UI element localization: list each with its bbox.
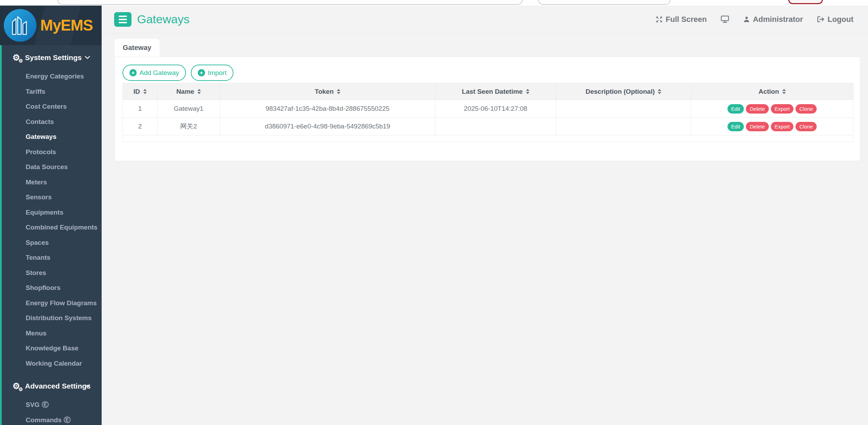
sidebar-item-label: Protocols	[26, 148, 56, 156]
sidebar-item-tenants[interactable]: Tenants	[0, 250, 102, 265]
sidebar-item-svg[interactable]: SVGⒺ	[0, 397, 102, 412]
gears-icon: ⚙⚙	[12, 53, 25, 62]
sidebar-item-distribution-systems[interactable]: Distribution Systems	[0, 310, 102, 326]
sidebar-item-working-calendar[interactable]: Working Calendar	[0, 356, 102, 371]
cell-id: 2	[123, 118, 158, 135]
sidebar-section-system-settings[interactable]: ⚙⚙System Settings	[0, 50, 102, 65]
sidebar-item-label: SVG	[26, 401, 40, 408]
browser-secondary-bar-remnant	[538, 0, 671, 5]
toolbar: + Add Gateway + Import	[122, 65, 852, 81]
column-label: ID	[134, 88, 140, 95]
username-label: Administrator	[753, 15, 803, 24]
sidebar-item-label: Meters	[26, 178, 47, 186]
sidebar-item-knowledge-base[interactable]: Knowledge Base	[0, 341, 102, 356]
sidebar-item-commands[interactable]: CommandsⒺ	[0, 412, 102, 425]
column-label: Action	[758, 88, 779, 95]
sidebar-item-protocols[interactable]: Protocols	[0, 144, 102, 160]
column-header-inner: Description (Optional)	[556, 88, 691, 95]
cell-name: Gateway1	[158, 100, 220, 118]
import-button[interactable]: + Import	[191, 65, 233, 81]
gateways-table: IDNameTokenLast Seen DatetimeDescription…	[122, 83, 853, 142]
table-row: 2网关2d3860971-e6e0-4c98-9eba-5492869c5b19…	[123, 118, 853, 135]
section-items: Energy CategoriesTariffsCost CentersCont…	[0, 69, 102, 371]
delete-button[interactable]: Delete	[746, 122, 768, 131]
column-header-inner: Token	[220, 88, 435, 95]
delete-button[interactable]: Delete	[746, 104, 768, 114]
edit-button[interactable]: Edit	[727, 122, 744, 131]
column-header-action[interactable]: Action	[691, 83, 853, 100]
sidebar-item-shopfloors[interactable]: Shopfloors	[0, 280, 102, 295]
sidebar-item-label: Shopfloors	[26, 284, 60, 291]
sidebar-item-combined-equipments[interactable]: Combined Equipments	[0, 220, 102, 235]
circled-e-badge-icon: Ⓔ	[63, 416, 70, 424]
cell-actions: EditDeleteExportClone	[691, 100, 853, 118]
app-frame: MyEMS ⚙⚙System SettingsEnergy Categories…	[0, 6, 868, 425]
sidebar-toggle-button[interactable]	[114, 12, 131, 27]
sidebar-item-label: Gateways	[26, 133, 57, 140]
sort-icon	[197, 89, 201, 94]
sidebar-item-spaces[interactable]: Spaces	[0, 235, 102, 250]
sidebar-item-tariffs[interactable]: Tariffs	[0, 84, 102, 99]
chevron-down-icon	[84, 56, 91, 60]
sidebar-item-sensors[interactable]: Sensors	[0, 190, 102, 205]
main-area: Gateways Full Screen	[102, 6, 868, 425]
tab-gateway[interactable]: Gateway	[114, 39, 160, 57]
browser-action-button[interactable]	[788, 0, 823, 4]
section-label: System Settings	[25, 53, 82, 62]
sidebar-item-label: Tariffs	[26, 88, 45, 95]
column-header-id[interactable]: ID	[123, 83, 158, 100]
sidebar-item-equipments[interactable]: Equipments	[0, 205, 102, 220]
fullscreen-button[interactable]: Full Screen	[655, 15, 707, 24]
export-button[interactable]: Export	[771, 104, 793, 114]
sort-icon	[143, 89, 147, 94]
page-header: Gateways Full Screen	[102, 6, 868, 33]
user-menu[interactable]: Administrator	[743, 15, 803, 24]
myems-logo-icon	[3, 8, 37, 43]
logout-icon	[817, 16, 825, 23]
sidebar-item-gateways[interactable]: Gateways	[0, 129, 102, 144]
column-header-token[interactable]: Token	[220, 83, 435, 100]
export-button[interactable]: Export	[771, 122, 793, 131]
sidebar-item-menus[interactable]: Menus	[0, 326, 102, 341]
table-header-row: IDNameTokenLast Seen DatetimeDescription…	[123, 83, 853, 100]
table-body: 1Gateway1983427af-1c35-42ba-8b4d-2886755…	[123, 100, 853, 135]
logout-button[interactable]: Logout	[817, 15, 853, 24]
sidebar-item-contacts[interactable]: Contacts	[0, 114, 102, 130]
sidebar-item-stores[interactable]: Stores	[0, 265, 102, 281]
sidebar-item-label: Working Calendar	[26, 360, 82, 367]
sort-icon	[782, 89, 786, 94]
sidebar-item-label: Tenants	[26, 254, 50, 261]
myems-logo[interactable]: MyEMS	[0, 6, 102, 45]
sidebar-item-label: Distribution Systems	[26, 314, 92, 322]
sidebar-item-label: Contacts	[26, 118, 54, 125]
sidebar-item-label: Sensors	[26, 193, 52, 201]
cell-description	[556, 118, 691, 135]
sidebar-item-cost-centers[interactable]: Cost Centers	[0, 99, 102, 114]
cell-last-seen: 2025-06-10T14:27:08	[435, 100, 556, 118]
sidebar-item-energy-categories[interactable]: Energy Categories	[0, 69, 102, 84]
sidebar-accent-strip	[0, 45, 2, 425]
table-footer-cell	[123, 135, 853, 142]
sidebar-section-advanced-settings[interactable]: ⚙⚙Advanced Settings	[0, 378, 102, 394]
cell-id: 1	[123, 100, 158, 118]
column-header-description-optional[interactable]: Description (Optional)	[556, 83, 691, 100]
add-gateway-button[interactable]: + Add Gateway	[122, 65, 186, 81]
display-button[interactable]	[721, 15, 729, 23]
column-label: Name	[176, 88, 194, 95]
sidebar-item-label: Spaces	[26, 239, 49, 246]
sidebar-item-energy-flow-diagrams[interactable]: Energy Flow Diagrams	[0, 295, 102, 311]
cell-actions: EditDeleteExportClone	[691, 118, 853, 135]
clone-button[interactable]: Clone	[795, 104, 817, 114]
clone-button[interactable]: Clone	[795, 122, 817, 131]
add-gateway-label: Add Gateway	[139, 69, 179, 77]
sidebar-item-label: Menus	[26, 330, 46, 337]
sidebar-item-meters[interactable]: Meters	[0, 175, 102, 190]
sidebar: MyEMS ⚙⚙System SettingsEnergy Categories…	[0, 6, 102, 425]
column-header-last-seen-datetime[interactable]: Last Seen Datetime	[435, 83, 556, 100]
column-header-name[interactable]: Name	[158, 83, 220, 100]
section-gap	[0, 371, 102, 378]
column-header-inner: Last Seen Datetime	[435, 88, 556, 95]
edit-button[interactable]: Edit	[727, 104, 744, 114]
sidebar-item-data-sources[interactable]: Data Sources	[0, 159, 102, 175]
sidebar-item-label: Commands	[26, 416, 61, 424]
